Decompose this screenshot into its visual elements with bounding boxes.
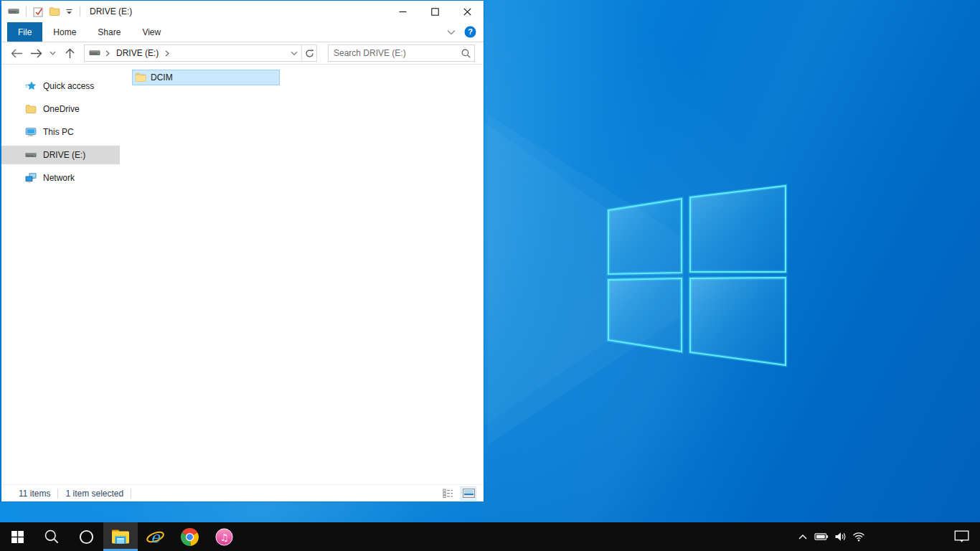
sidebar-item-onedrive[interactable]: OneDrive [1, 100, 120, 118]
tab-home[interactable]: Home [42, 22, 87, 42]
search-icon [44, 529, 60, 545]
back-button[interactable] [9, 44, 24, 62]
forward-button[interactable] [28, 44, 44, 62]
search-box [328, 44, 475, 62]
item-count: 11 items [19, 489, 50, 499]
properties-checkbox-button[interactable] [33, 6, 44, 17]
chevron-up-icon [798, 533, 808, 540]
taskbar-search-button[interactable] [34, 522, 69, 551]
status-bar: 11 items 1 item selected [1, 484, 484, 501]
itunes-icon: ♫ [215, 528, 233, 546]
sidebar-item-drive-e[interactable]: DRIVE (E:) [1, 146, 120, 164]
itunes-glyph: ♫ [220, 532, 228, 542]
battery-icon [814, 532, 829, 542]
breadcrumb-chevron-icon [105, 50, 110, 57]
tray-chevron-up-button[interactable] [793, 522, 812, 551]
file-item-dcim[interactable]: DCIM [132, 70, 280, 85]
sidebar-item-label: Network [43, 173, 75, 183]
folder-icon [25, 103, 37, 115]
caption-buttons [387, 1, 484, 22]
volume-icon [834, 532, 847, 542]
details-view-button[interactable] [440, 486, 456, 501]
content-pane[interactable]: DCIM [120, 65, 484, 484]
tab-view[interactable]: View [131, 22, 171, 42]
cortana-circle-icon [79, 529, 94, 545]
breadcrumb: DRIVE (E:) [89, 48, 169, 58]
file-explorer-folder-icon [111, 529, 130, 545]
this-pc-monitor-icon [25, 126, 37, 138]
itunes-button[interactable]: ♫ [207, 522, 241, 551]
window-title: DRIVE (E:) [90, 6, 132, 17]
ie-glyph: e [151, 529, 161, 546]
file-item-label: DCIM [151, 72, 173, 83]
close-button[interactable] [451, 1, 484, 22]
tab-file[interactable]: File [7, 22, 42, 42]
search-input[interactable] [329, 48, 457, 58]
sidebar-item-label: OneDrive [43, 104, 80, 114]
title-bar: DRIVE (E:) [1, 1, 484, 22]
tab-share[interactable]: Share [87, 22, 131, 42]
customize-chevron-icon[interactable] [65, 9, 73, 15]
drive-icon [89, 49, 100, 57]
toolbar-separator [80, 6, 80, 17]
internet-explorer-icon: e [146, 527, 165, 547]
recent-locations-chevron-button[interactable] [47, 44, 58, 62]
breadcrumb-item-drive[interactable]: DRIVE (E:) [115, 48, 160, 58]
windows-logo-icon [11, 531, 24, 543]
file-explorer-window: DRIVE (E:) File Home Share View ? [0, 0, 484, 502]
wifi-icon [852, 532, 865, 542]
quick-access-star-icon [25, 80, 37, 92]
sidebar-item-label: This PC [43, 127, 74, 137]
navigation-pane: Quick access OneDrive This PC DRIVE (E:) [1, 65, 120, 484]
status-separator [131, 489, 131, 499]
help-button[interactable]: ? [464, 26, 476, 38]
sidebar-item-label: DRIVE (E:) [43, 150, 85, 160]
status-separator [57, 489, 58, 499]
action-center-button[interactable] [946, 522, 977, 551]
maximize-button[interactable] [419, 1, 451, 22]
taskbar: e ♫ [0, 522, 980, 551]
refresh-button[interactable] [302, 45, 316, 61]
address-dropdown-button[interactable] [287, 45, 301, 61]
address-bar[interactable]: DRIVE (E:) [84, 44, 317, 62]
drive-icon [25, 149, 37, 161]
start-button[interactable] [0, 522, 34, 551]
toolbar-separator [26, 6, 27, 17]
ribbon-expand-button[interactable] [447, 29, 456, 35]
cortana-button[interactable] [69, 522, 103, 551]
folder-icon [135, 72, 146, 83]
taskbar-file-explorer-button[interactable] [103, 522, 138, 551]
internet-explorer-button[interactable]: e [138, 522, 172, 551]
up-button[interactable] [62, 44, 77, 62]
thumbnail-view-button[interactable] [461, 486, 476, 501]
minimize-button[interactable] [387, 1, 419, 22]
navigation-bar: DRIVE (E:) [1, 42, 484, 65]
chrome-icon [181, 528, 199, 546]
search-icon[interactable] [457, 49, 474, 58]
breadcrumb-chevron-icon[interactable] [165, 50, 169, 57]
new-folder-button[interactable] [49, 6, 60, 17]
selection-status: 1 item selected [65, 489, 123, 499]
drive-icon [8, 6, 19, 17]
chrome-button[interactable] [172, 522, 207, 551]
volume-button[interactable] [831, 522, 849, 551]
system-tray [793, 522, 868, 551]
battery-status-button[interactable] [812, 522, 831, 551]
wifi-button[interactable] [849, 522, 868, 551]
sidebar-item-quick-access[interactable]: Quick access [1, 77, 120, 95]
sidebar-item-label: Quick access [43, 81, 94, 91]
quick-access-toolbar: DRIVE (E:) [1, 6, 132, 17]
help-glyph: ? [468, 27, 473, 36]
sidebar-item-network[interactable]: Network [1, 169, 120, 187]
ribbon-tab-bar: File Home Share View ? [1, 22, 484, 42]
network-icon [25, 172, 37, 184]
sidebar-item-this-pc[interactable]: This PC [1, 123, 120, 141]
action-center-icon [954, 530, 969, 543]
